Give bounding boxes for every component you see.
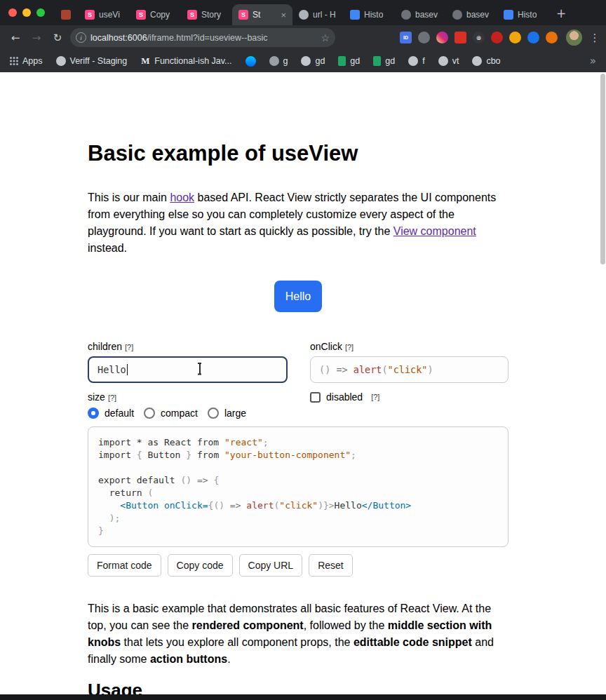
browser-menu-icon[interactable]: ⋮	[589, 32, 600, 44]
chat-favicon	[401, 10, 411, 20]
browser-tab[interactable]: SCopy	[130, 4, 181, 25]
size-option-compact[interactable]: compact	[144, 408, 198, 419]
help-icon[interactable]: [?]	[108, 393, 116, 402]
code-line: import { Button } from "your-button-comp…	[98, 449, 498, 462]
browser-tab[interactable]: url - H	[292, 4, 344, 25]
checkbox-icon[interactable]	[310, 392, 321, 403]
children-knob: children[?] Hello	[88, 341, 288, 383]
globe-extension[interactable]	[527, 32, 539, 43]
site-info-icon[interactable]: i	[76, 32, 86, 43]
browser-tab[interactable]: SuseVi	[79, 4, 130, 25]
text-link[interactable]: hook	[170, 191, 194, 203]
knob-label-text: size	[88, 391, 105, 403]
browser-tab[interactable]: Histo	[344, 4, 395, 25]
children-input[interactable]: Hello	[88, 356, 288, 383]
onclick-input[interactable]: () => alert("click")	[310, 356, 509, 383]
copy-url-button[interactable]: Copy URL	[239, 554, 303, 577]
intro-paragraph: This is our main hook based API. React V…	[88, 189, 509, 257]
shield-extension[interactable]	[491, 32, 503, 43]
text-link[interactable]: View component	[393, 225, 476, 237]
minimize-window-button[interactable]	[22, 8, 31, 17]
browser-tab[interactable]: basev	[395, 4, 446, 25]
radio-unselected-icon[interactable]	[208, 408, 219, 419]
size-option-default[interactable]: default	[88, 408, 134, 419]
copy-code-button[interactable]: Copy code	[168, 554, 233, 577]
code-token: ;	[263, 437, 269, 447]
zoom-window-button[interactable]	[36, 8, 45, 17]
code-token	[98, 500, 120, 511]
bookmark-item[interactable]: gd	[301, 56, 325, 66]
browser-tab[interactable]: SSt×	[232, 4, 292, 25]
bookmark-item[interactable]: gd	[338, 56, 360, 66]
gray-favicon	[299, 10, 309, 20]
bookmark-label: gd	[385, 56, 395, 66]
bookmark-item[interactable]: vt	[438, 56, 459, 66]
code-token: )	[427, 364, 433, 375]
tab-title: basev	[415, 10, 440, 20]
code-editor[interactable]: import * as React from "react";import { …	[88, 426, 509, 547]
grid-extension[interactable]	[454, 32, 466, 43]
hello-button[interactable]: Hello	[274, 281, 322, 312]
code-token: alert	[354, 364, 382, 375]
help-icon[interactable]: [?]	[125, 343, 133, 351]
tab-title: Copy	[150, 10, 175, 20]
site-favicon	[61, 10, 71, 20]
pen-extension[interactable]	[509, 32, 521, 43]
bookmark-item[interactable]: Apps	[10, 56, 43, 66]
browser-tab[interactable]: SStory	[181, 4, 232, 25]
browser-tab[interactable]: Histo	[497, 4, 548, 25]
eye-extension[interactable]	[418, 32, 430, 43]
disabled-checkbox-row[interactable]: disabled[?]	[310, 391, 509, 403]
bookmark-item[interactable]: f	[408, 56, 424, 66]
code-token: }	[98, 525, 104, 536]
scrollbar-thumb[interactable]	[600, 74, 605, 264]
format-code-button[interactable]: Format code	[88, 554, 161, 577]
content-column: Basic example of useView This is our mai…	[88, 72, 509, 694]
code-token: ()	[180, 475, 191, 485]
forward-icon[interactable]: →	[27, 32, 46, 44]
reset-button[interactable]: Reset	[309, 554, 353, 577]
id-badge-extension[interactable]: ID	[400, 32, 412, 43]
address-bar[interactable]: i localhost:6006/iframe.html?id=useview-…	[70, 28, 335, 47]
camera2-extension[interactable]	[546, 32, 558, 43]
tab-close-icon[interactable]: ×	[281, 10, 286, 20]
bookmark-star-icon[interactable]: ☆	[319, 32, 331, 43]
code-token: "click"	[388, 364, 428, 375]
bookmark-item[interactable]	[245, 56, 256, 67]
reload-icon[interactable]: ↻	[48, 32, 67, 44]
back-icon[interactable]: ←	[6, 32, 25, 44]
tab-title: useVi	[99, 10, 123, 20]
radio-selected-icon[interactable]	[88, 408, 99, 419]
bookmark-item[interactable]: gd	[373, 56, 395, 66]
new-tab-button[interactable]: +	[551, 4, 571, 23]
chat-favicon	[452, 10, 462, 20]
help-icon[interactable]: [?]	[371, 393, 379, 401]
code-line: export default () => {	[98, 474, 498, 487]
bookmarks-bar: AppsVeriff - StagingMFunctional-ish Jav.…	[0, 50, 606, 72]
paragraph-text: that lets you explore all component prop…	[121, 636, 354, 648]
apps-icon	[10, 57, 18, 65]
bookmarks-list: AppsVeriff - StagingMFunctional-ish Jav.…	[10, 56, 501, 67]
profile-avatar[interactable]	[566, 29, 582, 46]
bookmark-label: g	[283, 56, 288, 66]
target-extension[interactable]: ◎	[473, 32, 485, 43]
bookmark-item[interactable]: cbo	[472, 56, 500, 66]
tab-title: Histo	[364, 10, 389, 20]
close-window-button[interactable]	[8, 8, 17, 17]
help-icon[interactable]: [?]	[345, 343, 354, 351]
code-token: {()	[208, 500, 224, 511]
bookmarks-overflow-icon[interactable]: »	[590, 55, 596, 67]
disabled-knob: disabled[?]	[310, 391, 509, 419]
bookmark-item[interactable]: g	[269, 56, 288, 66]
code-token: onClick=	[164, 500, 208, 511]
github-icon	[438, 56, 448, 66]
size-option-large[interactable]: large	[208, 408, 246, 419]
github-icon	[408, 56, 418, 66]
browser-tab[interactable]	[53, 4, 79, 25]
tab-title: St	[252, 10, 276, 20]
radio-unselected-icon[interactable]	[144, 408, 155, 419]
bookmark-item[interactable]: MFunctional-ish Jav...	[140, 56, 231, 66]
browser-tab[interactable]: basev	[446, 4, 497, 25]
bookmark-item[interactable]: Veriff - Staging	[56, 56, 128, 66]
camera-extension[interactable]	[436, 32, 448, 43]
